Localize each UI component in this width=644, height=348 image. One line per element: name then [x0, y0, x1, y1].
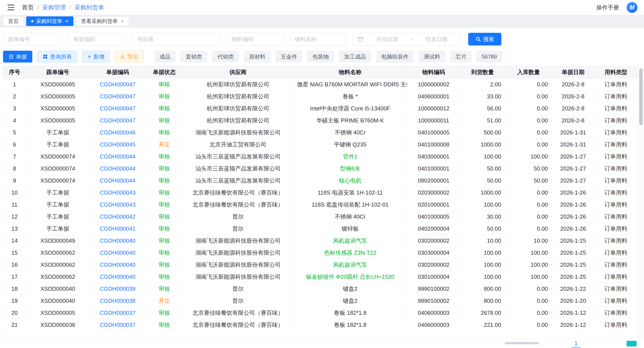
- table-row[interactable]: 12手工单据CGDH000042审核普尔不锈钢 40Cr040100000530…: [3, 211, 638, 223]
- table-row[interactable]: 15XSDD000062CGDH000040审核湖南飞沃新能源科技股份有限公司色…: [3, 247, 638, 259]
- supplier-input[interactable]: [132, 33, 221, 46]
- table-row[interactable]: 21XSDD000036CGDH000037审核北京赛佳味餐饮有限公司（赛百味）…: [3, 319, 638, 331]
- doc-code-link[interactable]: CGDH000047: [100, 117, 136, 124]
- avatar[interactable]: M: [626, 2, 638, 13]
- tab-item[interactable]: 查看采购到货单×: [76, 17, 129, 26]
- table-row[interactable]: 2XSDD000005CGDH000047审核杭州彩球坊贸易有限公司卷板 *04…: [3, 91, 638, 103]
- tab-label: 查看采购到货单: [81, 18, 118, 25]
- breadcrumb-purchase-mgmt[interactable]: 采购管理: [42, 4, 66, 11]
- table-row[interactable]: 7XSDD000074CGDH000044审核汕头市三辰蓝猫产品发展有限公司管件…: [3, 151, 638, 163]
- follow-no-input[interactable]: [3, 33, 62, 46]
- doc-code-link[interactable]: CGDH000045: [100, 141, 136, 148]
- category-button[interactable]: 加工成品: [339, 51, 371, 63]
- table-row[interactable]: 17XSDD000062CGDH000040审核湖南飞沃新能源科技股份有限公司钣…: [3, 271, 638, 283]
- doc-code-link[interactable]: CGDH000047: [100, 81, 136, 88]
- document-button[interactable]: 单据: [3, 51, 32, 63]
- horizontal-scrollbar-thumb[interactable]: [505, 342, 539, 344]
- category-button[interactable]: 芯片: [450, 51, 472, 63]
- category-button[interactable]: 直销类: [180, 51, 207, 63]
- cell-supplier: 湖南飞沃新能源科技股份有限公司: [183, 127, 293, 139]
- search-button[interactable]: 搜索: [468, 33, 501, 46]
- category-button[interactable]: 成品: [154, 51, 176, 63]
- table-row[interactable]: 13手工单据CGDH000041审核普尔镀锌板040200000450.000.…: [3, 223, 638, 235]
- cell-doc-date: 2026-1-26: [552, 211, 594, 223]
- table-row[interactable]: 18XSDD000040CGDH000039审核普尔键盘299901000028…: [3, 283, 638, 295]
- vertical-scrollbar-thumb[interactable]: [639, 68, 643, 125]
- doc-code-input[interactable]: [68, 33, 126, 46]
- category-button[interactable]: 原材料: [244, 51, 271, 63]
- table-row[interactable]: 1XSDD000085CGDH000047审核杭州彩球坊贸易有限公司微星 MAG…: [3, 79, 638, 91]
- start-date-placeholder[interactable]: 开始日期: [367, 36, 407, 43]
- breadcrumb-current-page[interactable]: 采购到货单: [74, 4, 104, 11]
- category-button[interactable]: 电脑组装件: [376, 51, 414, 63]
- column-header: 入库数量: [505, 66, 552, 79]
- bottom-corner-button[interactable]: [626, 341, 636, 346]
- operation-manual-link[interactable]: 操作手册: [596, 4, 619, 11]
- plus-icon: +: [88, 54, 91, 60]
- category-button[interactable]: 56789: [476, 51, 502, 63]
- cell-material-code: 0406000001: [408, 91, 460, 103]
- category-button[interactable]: 五金件: [276, 51, 302, 63]
- pagination-current-page[interactable]: 1: [572, 340, 581, 348]
- table-row[interactable]: 10手工单据CGDH000043审核北京赛佳味餐饮有限公司（赛百味）118S 电…: [3, 187, 638, 199]
- doc-code-link[interactable]: CGDH000040: [100, 237, 136, 244]
- table-row[interactable]: 8XSDD000074CGDH000044审核汕头市三辰蓝猫产品发展有限公司型钢…: [3, 163, 638, 175]
- tab-close-icon[interactable]: ×: [121, 18, 124, 24]
- cell-doc-date: 2026-2-8: [552, 103, 594, 115]
- table-row[interactable]: 6手工单据CGDH000045开立北京开迪工贸有限公司平键钢 Q23504010…: [3, 139, 638, 151]
- cell-doc-code: CGDH000046: [90, 127, 146, 139]
- cell-material-name: 平键钢 Q235: [293, 139, 408, 151]
- category-button[interactable]: 包装物: [307, 51, 334, 63]
- cell-usage-type: 订单用料: [594, 271, 638, 283]
- table-row[interactable]: 5手工单据CGDH000046审核湖南飞沃新能源科技股份有限公司不锈钢 40Cr…: [3, 127, 638, 139]
- category-button[interactable]: 测试料: [418, 51, 446, 63]
- doc-code-link[interactable]: CGDH000042: [100, 213, 136, 220]
- doc-code-link[interactable]: CGDH000043: [100, 201, 136, 208]
- doc-code-link[interactable]: CGDH000040: [100, 249, 136, 256]
- table-row[interactable]: 11手工单据CGDH000043审核北京赛佳味餐饮有限公司（赛百味）118S 底…: [3, 199, 638, 211]
- doc-code-link[interactable]: CGDH000047: [100, 105, 136, 112]
- menu-collapse-icon[interactable]: [6, 3, 15, 12]
- vertical-scrollbar[interactable]: [638, 65, 644, 338]
- end-date-placeholder[interactable]: 结束日期: [416, 36, 456, 43]
- tab-active[interactable]: 采购到货单×: [26, 17, 74, 26]
- doc-code-link[interactable]: CGDH000044: [100, 153, 136, 160]
- doc-code-link[interactable]: CGDH000047: [100, 93, 136, 100]
- doc-code-link[interactable]: CGDH000037: [100, 309, 136, 316]
- table-row[interactable]: 19XSDD000040CGDH000038开立普尔键盘299901000028…: [3, 295, 638, 307]
- doc-code-link[interactable]: CGDH000046: [100, 129, 136, 136]
- table-row[interactable]: 14XSDD000049CGDH000040审核湖南飞沃新能源科技股份有限公司风…: [3, 235, 638, 247]
- doc-code-link[interactable]: CGDH000037: [100, 321, 136, 328]
- doc-code-link[interactable]: CGDH000039: [100, 285, 136, 292]
- table-row[interactable]: 16XSDD000062CGDH000040审核湖南飞沃新能源科技股份有限公司风…: [3, 259, 638, 271]
- doc-code-link[interactable]: CGDH000038: [100, 297, 136, 304]
- doc-code-link[interactable]: CGDH000044: [100, 165, 136, 172]
- cell-supplier: 杭州彩球坊贸易有限公司: [183, 103, 293, 115]
- table-row[interactable]: 4XSDD000005CGDH000047审核杭州彩球坊贸易有限公司华硕主板 P…: [3, 115, 638, 127]
- material-name-input[interactable]: [290, 33, 346, 46]
- tab-close-icon[interactable]: ×: [65, 18, 68, 24]
- export-button[interactable]: 导出: [114, 51, 144, 63]
- doc-code-link[interactable]: CGDH000043: [100, 189, 136, 196]
- doc-code-link[interactable]: CGDH000044: [100, 177, 136, 184]
- doc-code-link[interactable]: CGDH000041: [100, 225, 136, 232]
- tab-item[interactable]: 首页: [3, 17, 24, 26]
- material-code-input[interactable]: [227, 33, 284, 46]
- cell-doc-status: 审核: [146, 223, 183, 235]
- category-button[interactable]: 代销类: [212, 51, 239, 63]
- cell-usage-type: 订单用料: [594, 127, 638, 139]
- table-row[interactable]: 20XSDD000005CGDH000037审核北京赛佳味餐饮有限公司（赛百味）…: [3, 307, 638, 319]
- doc-code-link[interactable]: CGDH000040: [100, 273, 136, 280]
- add-button[interactable]: + 新增: [82, 51, 110, 63]
- table-row[interactable]: 3XSDD000005CGDH000047审核杭州彩球坊贸易有限公司Intel中…: [3, 103, 638, 115]
- breadcrumb-home[interactable]: 首页: [22, 4, 34, 11]
- date-range-picker[interactable]: 开始日期 - 结束日期: [352, 33, 461, 46]
- query-all-button[interactable]: 查询所有: [37, 51, 77, 63]
- doc-code-link[interactable]: CGDH000040: [100, 261, 136, 268]
- cell-inbound-qty: 100.00: [505, 151, 552, 163]
- tab-label: 采购到货单: [36, 18, 62, 25]
- table-row[interactable]: 9XSDD000074CGDH000044审核汕头市三辰蓝猫产品发展有限公司核心…: [3, 175, 638, 187]
- cell-material-code: 0802000001: [408, 175, 460, 187]
- cell-inbound-qty: 0.00: [505, 91, 552, 103]
- cell-usage-type: 订单用料: [594, 319, 638, 331]
